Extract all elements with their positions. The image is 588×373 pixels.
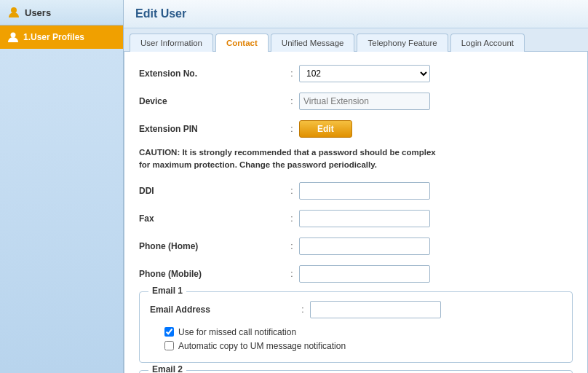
fax-row: Fax : xyxy=(139,208,573,229)
tab-contact[interactable]: Contact xyxy=(215,34,269,52)
separator-ddi: : xyxy=(285,186,299,196)
sidebar: Users 1.User Profiles xyxy=(0,0,124,373)
page-title: Edit User xyxy=(124,0,588,28)
phone-mobile-label: Phone (Mobile) xyxy=(139,269,285,279)
extension-pin-label: Extension PIN xyxy=(139,124,285,134)
separator-phone-home: : xyxy=(285,241,299,251)
email1-group-title: Email 1 xyxy=(148,286,186,296)
phone-home-row: Phone (Home) : xyxy=(139,236,573,256)
phone-home-input[interactable] xyxy=(299,237,430,255)
tab-unified-message[interactable]: Unified Message xyxy=(271,34,355,52)
device-row: Device : xyxy=(139,91,573,111)
email1-address-input[interactable] xyxy=(310,301,441,318)
sidebar-item-user-profiles[interactable]: 1.User Profiles xyxy=(0,25,123,49)
extension-no-input[interactable]: 102 xyxy=(299,65,430,82)
sidebar-item-label: 1.User Profiles xyxy=(23,32,84,42)
caution-text: CAUTION: It is strongly recommended that… xyxy=(139,146,573,172)
device-input-wrap[interactable] xyxy=(299,93,430,110)
email1-auto-copy-checkbox[interactable] xyxy=(164,341,174,350)
main-content: Edit User User Information Contact Unifi… xyxy=(124,0,588,373)
ddi-input[interactable] xyxy=(299,182,430,200)
tab-user-information[interactable]: User Information xyxy=(130,34,213,52)
email1-auto-copy-row: Automatic copy to UM message notificatio… xyxy=(150,341,562,351)
separator-fax: : xyxy=(285,213,299,224)
extension-pin-row: Extension PIN : Edit xyxy=(139,119,573,139)
tab-bar: User Information Contact Unified Message… xyxy=(124,28,588,52)
separator-device: : xyxy=(285,96,299,106)
svg-point-1 xyxy=(11,33,16,38)
email1-missed-call-row: Use for missed call notification xyxy=(150,327,562,337)
email1-address-row: Email Address : xyxy=(150,299,562,320)
form-panel: Extension No. : 102 Device : Extension P… xyxy=(124,52,588,373)
user-profile-icon xyxy=(7,31,19,43)
phone-home-label: Phone (Home) xyxy=(139,241,285,251)
extension-no-select[interactable]: 102 xyxy=(299,65,430,82)
phone-home-input-wrap[interactable] xyxy=(299,237,430,255)
phone-mobile-input-wrap[interactable] xyxy=(299,265,430,283)
email1-address-label: Email Address xyxy=(150,305,295,315)
sidebar-header-label: Users xyxy=(25,7,51,18)
phone-mobile-row: Phone (Mobile) : xyxy=(139,264,573,284)
tab-login-account[interactable]: Login Account xyxy=(450,34,525,52)
email1-auto-copy-label: Automatic copy to UM message notificatio… xyxy=(178,341,346,351)
fax-label: Fax xyxy=(139,213,285,224)
email1-group: Email 1 Email Address : Use for missed c… xyxy=(139,291,573,363)
separator-pin: : xyxy=(285,124,299,134)
edit-pin-button[interactable]: Edit xyxy=(299,120,352,138)
fax-input[interactable] xyxy=(299,210,430,227)
email1-missed-call-label: Use for missed call notification xyxy=(178,327,296,337)
extension-no-label: Extension No. xyxy=(139,68,285,79)
ddi-row: DDI : xyxy=(139,181,573,201)
email2-group: Email 2 Email Address : xyxy=(139,370,573,374)
extension-pin-input-wrap: Edit xyxy=(299,120,430,138)
email2-group-title: Email 2 xyxy=(148,364,186,374)
ddi-input-wrap[interactable] xyxy=(299,182,430,200)
separator-extension: : xyxy=(285,68,299,79)
separator-email1: : xyxy=(295,305,310,315)
fax-input-wrap[interactable] xyxy=(299,210,430,227)
separator-phone-mobile: : xyxy=(285,269,299,279)
extension-no-row: Extension No. : 102 xyxy=(139,63,573,84)
email1-address-input-wrap[interactable] xyxy=(310,301,441,318)
ddi-label: DDI xyxy=(139,186,285,196)
device-label: Device xyxy=(139,96,285,106)
users-icon xyxy=(7,6,20,19)
email1-missed-call-checkbox[interactable] xyxy=(164,327,174,337)
phone-mobile-input[interactable] xyxy=(299,265,430,283)
device-input[interactable] xyxy=(299,93,430,110)
sidebar-header: Users xyxy=(0,0,123,25)
tab-telephony-feature[interactable]: Telephony Feature xyxy=(357,34,448,52)
svg-point-0 xyxy=(11,7,17,13)
